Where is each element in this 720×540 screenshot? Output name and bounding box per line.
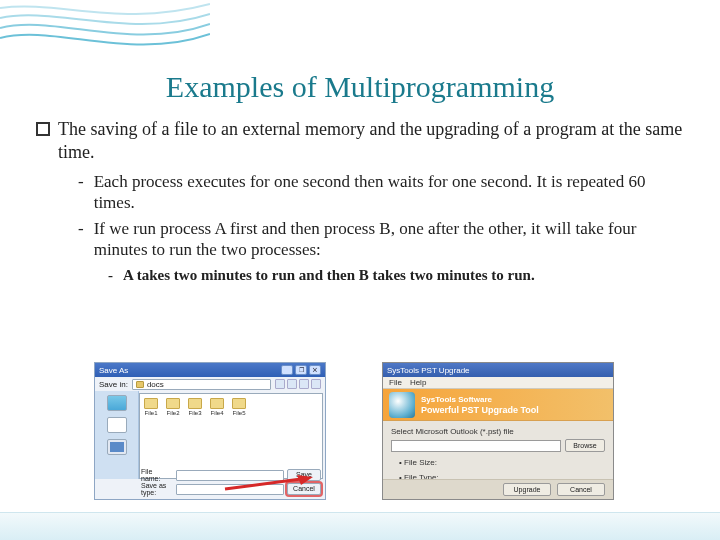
upgrade-button[interactable]: Upgrade (503, 483, 551, 496)
documents-icon[interactable] (107, 417, 127, 433)
dialog-footer: File name: Save Save as type: Cancel (141, 469, 321, 495)
cancel-button[interactable]: Cancel (557, 483, 605, 496)
dash-icon: - (78, 171, 84, 214)
save-dialog: Save As Save in: docs (94, 362, 326, 500)
menu-file[interactable]: File (389, 378, 402, 387)
views-icon[interactable] (311, 379, 321, 389)
filetype-label: Save as type: (141, 482, 173, 496)
filesize-row: • File Size: (399, 458, 605, 467)
sub-list: - Each process executes for one second t… (78, 171, 684, 260)
folder-icon (210, 398, 224, 409)
location-value: docs (147, 380, 164, 389)
branding-banner: SysTools Software Powerful PST Upgrade T… (383, 389, 613, 421)
dialog-title: SysTools PST Upgrade (387, 366, 470, 375)
subsub-text: A takes two minutes to run and then B ta… (123, 266, 535, 285)
sub-bullet-text: Each process executes for one second the… (94, 171, 684, 214)
location-dropdown[interactable]: docs (132, 379, 271, 390)
save-button[interactable]: Save (287, 469, 321, 481)
sub-bullet-text: If we run process A first and then proce… (94, 218, 684, 261)
square-bullet-icon (36, 122, 50, 136)
sub-bullet: - Each process executes for one second t… (78, 171, 684, 214)
back-icon[interactable] (275, 379, 285, 389)
slide: Examples of Multiprogramming The saving … (0, 0, 720, 540)
content-area: Examples of Multiprogramming The saving … (0, 70, 720, 285)
filename-label: File name: (141, 468, 173, 482)
dialog-toolbar: Save in: docs (95, 377, 325, 391)
filetype-dropdown[interactable] (176, 484, 284, 495)
computer-icon[interactable] (107, 439, 127, 455)
decorative-wave (0, 0, 210, 60)
new-folder-icon[interactable] (299, 379, 309, 389)
folder-icon (188, 398, 202, 409)
minimize-icon[interactable] (281, 365, 293, 375)
dialog-titlebar: SysTools PST Upgrade (383, 363, 613, 377)
dialog-buttonbar: Upgrade Cancel (383, 479, 613, 499)
close-icon[interactable] (309, 365, 321, 375)
folder-icon (136, 381, 144, 388)
cancel-button[interactable]: Cancel (287, 483, 321, 495)
folder-icon (232, 398, 246, 409)
dialog-titlebar: Save As (95, 363, 325, 377)
product-name: Powerful PST Upgrade Tool (421, 405, 539, 415)
select-file-label: Select Microsoft Outlook (*.pst) file (391, 427, 605, 436)
file-item[interactable]: File3 (188, 398, 202, 416)
menubar: File Help (383, 377, 613, 389)
main-bullet-text: The saving of a file to an external memo… (58, 118, 684, 163)
brand-name: SysTools Software (421, 395, 539, 404)
file-item[interactable]: File4 (210, 398, 224, 416)
filename-input[interactable] (176, 470, 284, 481)
browse-button[interactable]: Browse (565, 439, 605, 452)
dash-icon: - (108, 266, 113, 285)
subsub-bullet: - A takes two minutes to run and then B … (108, 266, 684, 285)
savein-label: Save in: (99, 380, 128, 389)
file-item[interactable]: File1 (144, 398, 158, 416)
brand-logo-icon (389, 392, 415, 418)
folder-icon (144, 398, 158, 409)
up-icon[interactable] (287, 379, 297, 389)
desktop-icon[interactable] (107, 395, 127, 411)
figures-row: Save As Save in: docs (94, 362, 614, 500)
upgrade-dialog: SysTools PST Upgrade File Help SysTools … (382, 362, 614, 500)
sub-bullet: - If we run process A first and then pro… (78, 218, 684, 261)
subsub-list: - A takes two minutes to run and then B … (108, 266, 684, 285)
main-bullet: The saving of a file to an external memo… (36, 118, 684, 163)
menu-help[interactable]: Help (410, 378, 426, 387)
file-item[interactable]: File2 (166, 398, 180, 416)
dialog-title: Save As (99, 366, 128, 375)
filesize-label: • File Size: (399, 458, 439, 467)
dialog-body: Select Microsoft Outlook (*.pst) file Br… (383, 421, 613, 488)
file-path-input[interactable] (391, 440, 561, 452)
decorative-footer-band (0, 512, 720, 540)
places-sidebar (95, 391, 139, 479)
folder-icon (166, 398, 180, 409)
file-list[interactable]: File1 File2 File3 File4 File5 (139, 393, 323, 479)
maximize-icon[interactable] (295, 365, 307, 375)
dash-icon: - (78, 218, 84, 261)
file-item[interactable]: File5 (232, 398, 246, 416)
slide-title: Examples of Multiprogramming (36, 70, 684, 104)
